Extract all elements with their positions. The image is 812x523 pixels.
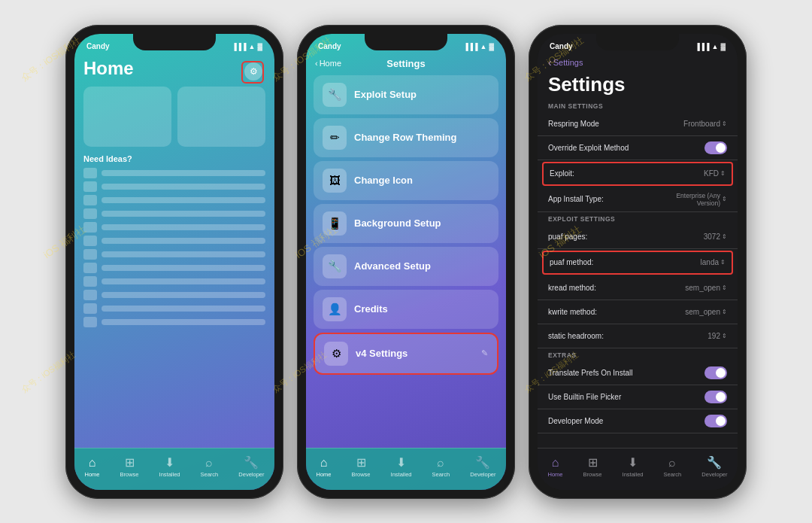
respring-mode-label: Respring Mode (548, 120, 599, 128)
menu-advanced-setup[interactable]: 🔧 Advanced Setup (314, 247, 498, 286)
tab-installed-2[interactable]: ⬇ Installed (391, 455, 412, 478)
row-static-headroom[interactable]: static headroom: 192 ⇕ (538, 324, 738, 348)
installed-tab-icon-3: ⬇ (628, 455, 638, 470)
browse-tab-icon: ⊞ (125, 455, 135, 470)
notch-1 (133, 34, 216, 50)
tab-browse-2[interactable]: ⊞ Browse (352, 455, 371, 478)
tab-search-2[interactable]: ⌕ Search (432, 456, 450, 478)
exploit-chevron: ⇕ (720, 170, 726, 177)
battery-icon-3: ▓ (720, 43, 726, 50)
v4-settings-icon: ⚙ (324, 342, 348, 366)
tab-developer-2[interactable]: 🔧 Developer (470, 455, 495, 478)
tab-bar-1: ⌂ Home ⊞ Browse ⬇ Installed ⌕ Search 🔧 (74, 448, 274, 490)
v4-settings-label: v4 Settings (356, 348, 474, 359)
installed-tab-icon-2: ⬇ (396, 455, 406, 470)
list-box (83, 290, 97, 300)
battery-icon: ▓ (257, 43, 262, 50)
extras-header: EXTRAS (538, 348, 738, 361)
status-icons-1: ▐▐▐ ▲ ▓ (232, 43, 262, 50)
tab-browse-label-2: Browse (352, 471, 371, 478)
thumbnail-2 (177, 87, 265, 147)
list-row (83, 263, 265, 273)
tab-developer-1[interactable]: 🔧 Developer (238, 455, 264, 478)
menu-change-row-theming[interactable]: ✏ Change Row Theming (314, 118, 498, 157)
app-install-chevron: ⇕ (722, 196, 727, 202)
tab-search-label-2: Search (432, 471, 450, 478)
list-box (83, 263, 97, 273)
row-kread-method[interactable]: kread method: sem_open ⇕ (538, 276, 738, 300)
browse-tab-icon-2: ⊞ (356, 455, 366, 470)
row-app-install-type[interactable]: App Install Type: Enterprise (Any Versio… (538, 187, 738, 212)
tab-browse-label: Browse (120, 471, 139, 478)
advanced-setup-label: Advanced Setup (354, 260, 489, 272)
list-row (83, 208, 265, 219)
list-box (83, 168, 97, 178)
notch-3 (596, 34, 679, 50)
kwrite-method-value: sem_open ⇕ (685, 308, 727, 316)
search-tab-icon: ⌕ (205, 456, 213, 470)
row-kwrite-method[interactable]: kwrite method: sem_open ⇕ (538, 300, 738, 324)
developer-tab-icon-3: 🔧 (707, 455, 722, 470)
tab-search-1[interactable]: ⌕ Search (201, 456, 219, 478)
tab-installed-1[interactable]: ⬇ Installed (159, 455, 180, 478)
builtin-file-picker-toggle[interactable] (704, 391, 727, 403)
developer-mode-toggle[interactable] (704, 415, 727, 427)
list-box (83, 276, 97, 287)
tab-browse-3[interactable]: ⊞ Browse (583, 455, 602, 478)
nav-back-3[interactable]: ‹ Settings (548, 56, 583, 68)
menu-background-setup[interactable]: 📱 Background Setup (314, 204, 498, 243)
respring-chevron: ⇕ (722, 120, 727, 127)
row-exploit-highlighted[interactable]: Exploit: KFD ⇕ (542, 162, 733, 186)
main-settings-header: MAIN SETTINGS (538, 99, 738, 112)
nav-bar-2: ‹ Home Settings (306, 55, 506, 71)
list-row (83, 195, 265, 205)
menu-credits[interactable]: 👤 Credits (314, 290, 498, 329)
tab-home-3[interactable]: ⌂ Home (548, 456, 563, 478)
menu-change-icon[interactable]: 🖼 Change Icon (314, 161, 498, 200)
tab-browse-1[interactable]: ⊞ Browse (120, 455, 139, 478)
advanced-setup-icon: 🔧 (323, 254, 347, 278)
screenshot-container: 众号：iOS福利社 众号：iOS福利社 众号：iOS福利社 iOS 福利社 iO… (0, 0, 812, 523)
tab-developer-3[interactable]: 🔧 Developer (701, 455, 727, 478)
list-line (102, 292, 265, 298)
change-row-theming-label: Change Row Theming (354, 132, 489, 143)
tab-search-label-3: Search (664, 471, 682, 478)
tab-installed-label-2: Installed (391, 471, 412, 478)
tab-bar-2: ⌂ Home ⊞ Browse ⬇ Installed ⌕ Search 🔧 (306, 448, 506, 490)
list-line (102, 224, 265, 230)
tab-installed-3[interactable]: ⬇ Installed (623, 455, 644, 478)
override-exploit-toggle[interactable] (704, 141, 727, 154)
tab-home-1[interactable]: ⌂ Home (85, 456, 100, 478)
tab-search-3[interactable]: ⌕ Search (664, 456, 682, 478)
list-box (83, 181, 97, 192)
row-puaf-pages[interactable]: puaf pages: 3072 ⇕ (538, 225, 738, 249)
list-row (83, 168, 265, 178)
tab-home-label: Home (85, 471, 100, 478)
tab-home-2[interactable]: ⌂ Home (317, 456, 332, 478)
menu-exploit-setup[interactable]: 🔧 Exploit Setup (314, 75, 498, 114)
phone-1-screen: ⚙ Candy ▐▐▐ ▲ ▓ Home Need Ideas? (74, 34, 274, 490)
menu-v4-settings[interactable]: ⚙ v4 Settings ✎ (314, 333, 498, 375)
row-builtin-file-picker[interactable]: Use Builtin File Picker (538, 385, 738, 409)
back-chevron-2: ‹ (315, 59, 318, 68)
nav-back-2[interactable]: ‹ Home (315, 59, 341, 68)
translate-prefs-toggle[interactable] (704, 366, 727, 379)
list-line (102, 251, 265, 257)
row-override-exploit[interactable]: Override Exploit Method (538, 136, 738, 160)
row-developer-mode[interactable]: Developer Mode (538, 409, 738, 433)
settings-content: MAIN SETTINGS Respring Mode Frontboard ⇕… (538, 99, 738, 433)
gear-highlight-box (241, 61, 264, 84)
tab-developer-label-3: Developer (701, 471, 727, 478)
background-setup-label: Background Setup (354, 217, 489, 229)
list-row (83, 249, 265, 260)
row-puaf-method-highlighted[interactable]: puaf method: landa ⇕ (542, 251, 733, 275)
carrier-3: Candy (550, 42, 573, 50)
kwrite-chevron: ⇕ (722, 309, 727, 315)
puaf-pages-label: puaf pages: (548, 233, 587, 241)
change-row-theming-icon: ✏ (323, 126, 347, 150)
row-translate-prefs[interactable]: Translate Prefs On Install (538, 361, 738, 385)
list-row (83, 317, 265, 327)
installed-tab-icon: ⬇ (165, 455, 174, 470)
row-respring-mode[interactable]: Respring Mode Frontboard ⇕ (538, 112, 738, 136)
list-line (102, 211, 265, 217)
